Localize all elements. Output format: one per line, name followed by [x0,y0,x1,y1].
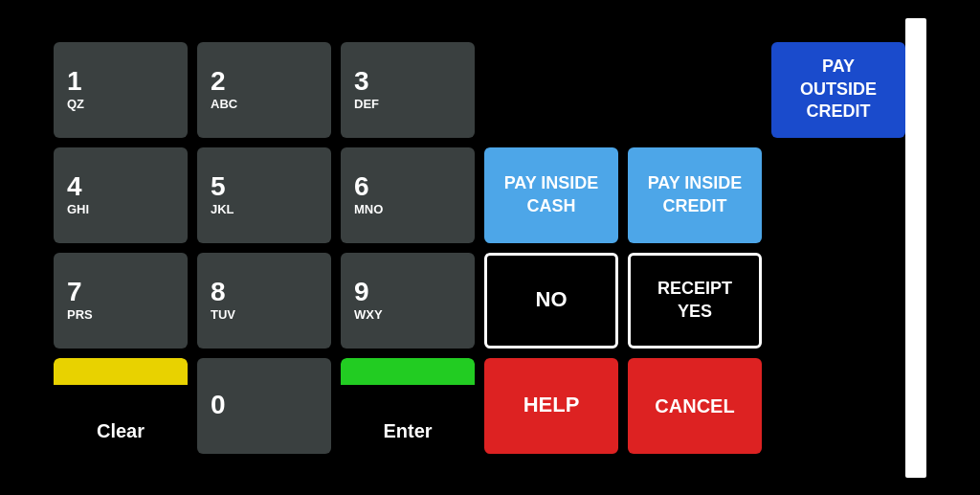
pay-inside-credit-button[interactable]: PAY INSIDE CREDIT [628,147,762,243]
clear-label: Clear [97,420,145,442]
no-button[interactable]: NO [484,253,618,349]
key-1-sub: QZ [67,97,84,112]
right-scrollbar [905,18,926,478]
key-9-button[interactable]: 9 WXY [341,253,475,349]
key-2-number: 2 [211,68,226,95]
empty-r1c5 [628,42,762,138]
help-button[interactable]: HELP [484,358,618,454]
receipt-yes-button[interactable]: RECEIPT YES [628,253,762,349]
key-6-sub: MNO [354,202,383,217]
empty-r2c6 [771,147,905,243]
empty-r4c6 [771,358,905,454]
help-label: HELP [523,392,580,419]
key-1-number: 1 [67,68,82,95]
pay-inside-credit-label: PAY INSIDE CREDIT [641,172,748,217]
key-9-number: 9 [354,279,369,305]
key-1-button[interactable]: 1 QZ [54,42,188,138]
key-8-number: 8 [211,279,226,305]
key-7-number: 7 [67,279,82,305]
key-3-number: 3 [354,68,369,95]
key-0-button[interactable]: 0 [197,358,331,454]
key-7-button[interactable]: 7 PRS [54,253,188,349]
pay-inside-cash-button[interactable]: PAY INSIDE CASH [484,147,618,243]
pay-outside-credit-button[interactable]: PAY OUTSIDE CREDIT [771,42,905,138]
empty-r1c4 [484,42,618,138]
key-6-button[interactable]: 6 MNO [341,147,475,243]
key-8-button[interactable]: 8 TUV [197,253,331,349]
keypad-grid: 1 QZ 2 ABC 3 DEF PAY OUTSIDE CREDIT 4 GH… [54,42,905,454]
enter-label: Enter [383,420,432,442]
key-8-sub: TUV [211,307,235,323]
pay-outside-credit-label: PAY OUTSIDE CREDIT [785,56,892,123]
key-6-number: 6 [354,173,369,200]
no-label: NO [536,286,568,314]
key-4-number: 4 [67,173,82,200]
key-5-number: 5 [211,173,226,200]
empty-r3c6 [771,253,905,349]
key-4-sub: GHI [67,202,89,217]
key-7-sub: PRS [67,307,93,323]
enter-green-bar [341,358,475,385]
clear-button[interactable]: Clear [54,358,188,454]
enter-button[interactable]: Enter [341,358,475,454]
cancel-button[interactable]: CANCEL [628,358,762,454]
key-4-button[interactable]: 4 GHI [54,147,188,243]
key-5-button[interactable]: 5 JKL [197,147,331,243]
key-3-button[interactable]: 3 DEF [341,42,475,138]
key-5-sub: JKL [211,202,234,217]
key-2-button[interactable]: 2 ABC [197,42,331,138]
key-0-number: 0 [211,392,226,418]
cancel-label: CANCEL [655,394,734,418]
key-3-sub: DEF [354,97,379,112]
key-9-sub: WXY [354,307,383,323]
clear-yellow-bar [54,358,188,385]
key-2-sub: ABC [211,97,237,112]
keypad-container: 1 QZ 2 ABC 3 DEF PAY OUTSIDE CREDIT 4 GH… [21,18,959,478]
pay-inside-cash-label: PAY INSIDE CASH [498,172,605,217]
receipt-yes-label: RECEIPT YES [644,278,746,323]
